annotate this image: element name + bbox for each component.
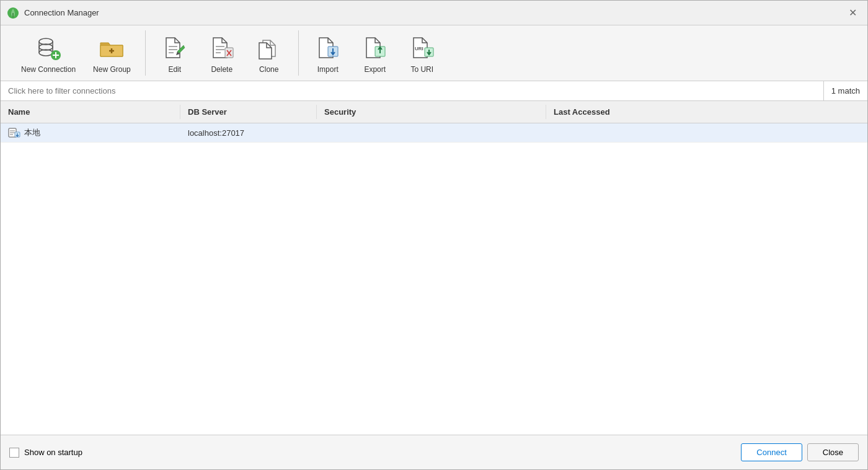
footer-left: Show on startup	[9, 448, 82, 458]
toolbar-group-edit: Edit De	[146, 30, 299, 76]
new-group-button[interactable]: New Group	[85, 29, 139, 78]
toolbar-group-new: New Connection New Group	[7, 30, 146, 76]
edit-icon	[160, 33, 190, 63]
col-header-db-server: DB Server	[180, 105, 317, 119]
content-area: 1 match Name DB Server Security Last Acc…	[1, 81, 867, 435]
cell-name: 本地	[1, 123, 180, 142]
filter-input[interactable]	[1, 81, 823, 100]
toolbar-group-transfer: Import Export	[299, 30, 451, 76]
close-button[interactable]: Close	[807, 443, 859, 461]
connection-manager-window: Connection Manager ✕	[0, 0, 868, 470]
col-header-name: Name	[1, 105, 180, 119]
connection-row-icon	[8, 128, 20, 138]
title-bar: Connection Manager ✕	[1, 1, 867, 25]
col-header-last-accessed: Last Accessed	[546, 105, 867, 119]
footer: Show on startup Connect Close	[1, 435, 867, 469]
new-group-label: New Group	[93, 65, 131, 74]
table-row[interactable]: 本地 localhost:27017	[1, 123, 867, 143]
export-label: Export	[364, 65, 386, 74]
edit-button[interactable]: Edit	[152, 29, 198, 78]
footer-right: Connect Close	[741, 443, 859, 461]
export-icon	[360, 33, 390, 63]
new-connection-icon	[33, 33, 63, 63]
import-button[interactable]: Import	[305, 29, 351, 78]
col-header-security: Security	[317, 105, 546, 119]
delete-button[interactable]: Delete	[199, 29, 245, 78]
show-on-startup-label: Show on startup	[24, 448, 82, 457]
row-name: 本地	[24, 127, 40, 138]
clone-label: Clone	[259, 65, 278, 74]
filter-bar: 1 match	[1, 81, 867, 101]
title-bar-left: Connection Manager	[7, 7, 99, 19]
delete-icon	[207, 33, 237, 63]
new-group-icon	[97, 33, 126, 63]
edit-label: Edit	[168, 65, 181, 74]
new-connection-button[interactable]: New Connection	[13, 29, 84, 78]
window-close-button[interactable]: ✕	[844, 4, 861, 22]
to-uri-icon: URI	[407, 33, 437, 63]
cell-last-accessed	[546, 123, 867, 142]
svg-text:URI: URI	[415, 46, 423, 51]
table-header: Name DB Server Security Last Accessed	[1, 101, 867, 123]
to-uri-label: To URI	[410, 65, 433, 74]
import-icon	[313, 33, 343, 63]
clone-icon	[254, 33, 284, 63]
table-body: 本地 localhost:27017	[1, 123, 867, 435]
filter-match-count: 1 match	[823, 81, 867, 100]
import-label: Import	[317, 65, 339, 74]
cell-db-server: localhost:27017	[180, 123, 317, 142]
show-on-startup-checkbox[interactable]	[9, 448, 19, 458]
app-icon	[7, 7, 19, 19]
window-title: Connection Manager	[24, 8, 99, 17]
export-button[interactable]: Export	[352, 29, 398, 78]
new-connection-label: New Connection	[21, 65, 76, 74]
connect-button[interactable]: Connect	[741, 443, 802, 461]
to-uri-button[interactable]: URI To URI	[399, 29, 445, 78]
delete-label: Delete	[211, 65, 232, 74]
cell-security	[317, 123, 546, 142]
clone-button[interactable]: Clone	[246, 29, 292, 78]
toolbar: New Connection New Group	[1, 25, 867, 81]
